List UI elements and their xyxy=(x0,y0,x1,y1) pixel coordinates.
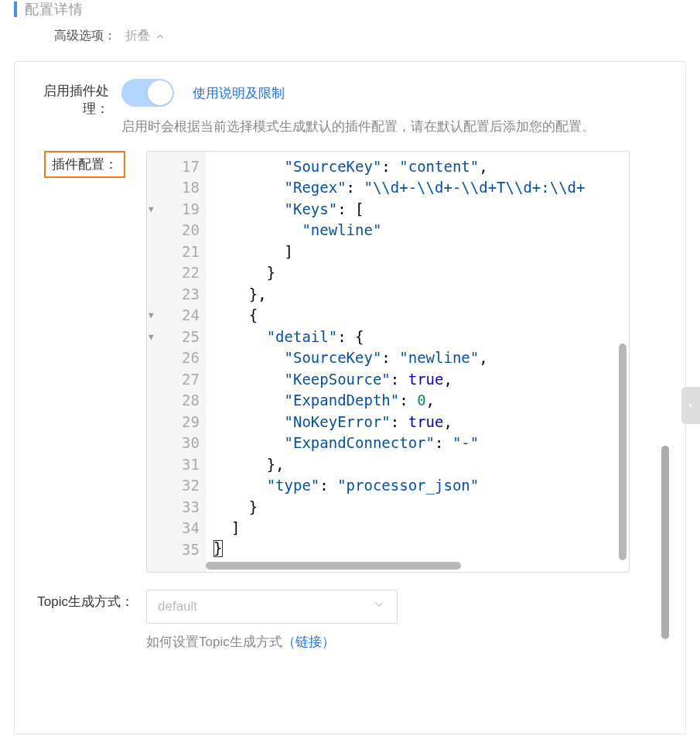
gutter-line: 28 xyxy=(153,390,200,412)
collapse-toggle[interactable]: 折叠 xyxy=(125,28,166,44)
gutter-line: 23 xyxy=(153,284,200,306)
code-line[interactable]: "SourceKey": "content", xyxy=(213,156,629,178)
side-panel-handle[interactable] xyxy=(681,387,700,424)
editor-gutter: 1718▼1920212223▼24▼252627282930313233343… xyxy=(147,152,206,572)
gutter-line: 26 xyxy=(153,347,200,369)
gutter-line: 22 xyxy=(153,262,200,284)
advanced-options-label: 高级选项： xyxy=(54,28,116,44)
fold-marker-icon[interactable]: ▼ xyxy=(149,305,154,327)
code-line[interactable]: } xyxy=(213,262,629,284)
gutter-line: 32 xyxy=(153,475,200,497)
fold-marker-icon[interactable]: ▼ xyxy=(149,327,154,348)
code-line[interactable]: "Regex": "\\d+-\\d+-\\d+T\\d+:\\d+ xyxy=(213,177,629,199)
code-line[interactable]: "type": "processor_json" xyxy=(213,475,629,497)
code-line[interactable] xyxy=(213,539,629,561)
fold-marker-icon[interactable]: ▼ xyxy=(149,199,154,221)
gutter-line: 21 xyxy=(153,241,200,263)
topic-select[interactable]: default xyxy=(146,590,398,624)
usage-limits-link[interactable]: 使用说明及限制 xyxy=(193,84,285,102)
code-line[interactable]: "ExpandConnector": "-" xyxy=(213,433,629,454)
svg-marker-0 xyxy=(690,403,692,408)
code-line[interactable]: }, xyxy=(213,454,629,476)
page-title-row: 配置详情 xyxy=(14,0,686,19)
gutter-line: 17 xyxy=(153,156,200,178)
code-line[interactable]: "Keys": [ xyxy=(213,199,629,221)
gutter-line: 33 xyxy=(153,497,200,518)
gutter-line: 34 xyxy=(153,518,200,539)
gutter-line: 27 xyxy=(153,369,200,391)
plugin-config-editor[interactable]: 1718▼1920212223▼24▼252627282930313233343… xyxy=(146,151,630,573)
code-line[interactable]: "detail": { xyxy=(213,327,629,348)
topic-help-prefix: 如何设置Topic生成方式 xyxy=(146,635,282,649)
code-line[interactable]: "ExpandDepth": 0, xyxy=(213,390,629,412)
page-vertical-scrollbar[interactable] xyxy=(661,446,669,639)
code-line[interactable]: "newline" xyxy=(213,220,629,241)
topic-label: Topic生成方式： xyxy=(29,590,146,611)
editor-vertical-scroll-thumb[interactable] xyxy=(619,344,627,560)
editor-code-area[interactable]: "SourceKey": "content", "Regex": "\\d+-\… xyxy=(206,152,629,572)
config-card: 启用插件处理： 使用说明及限制 启用时会根据当前选择模式生成默认的插件配置，请在… xyxy=(14,61,686,734)
chevron-down-icon xyxy=(372,597,386,615)
chevron-up-icon xyxy=(155,31,166,42)
editor-cursor xyxy=(213,540,223,557)
gutter-line: 31 xyxy=(153,454,200,476)
code-line[interactable]: "SourceKey": "newline", xyxy=(213,347,629,369)
editor-vertical-scrollbar[interactable] xyxy=(619,156,627,559)
topic-help-text: 如何设置Topic生成方式（链接） xyxy=(146,633,671,651)
code-line[interactable]: } xyxy=(213,497,629,518)
code-line[interactable]: ] xyxy=(213,241,629,263)
code-line[interactable]: "KeepSource": true, xyxy=(213,369,629,391)
plugin-config-label: 插件配置： xyxy=(44,151,125,178)
plugin-toggle-label: 启用插件处理： xyxy=(29,79,121,118)
gutter-line: ▼25 xyxy=(153,327,200,348)
editor-horizontal-scrollbar[interactable] xyxy=(206,562,624,570)
title-accent-bar xyxy=(14,2,17,17)
page-title: 配置详情 xyxy=(25,0,84,19)
code-line[interactable]: { xyxy=(213,305,629,327)
topic-help-link[interactable]: （链接） xyxy=(282,635,335,649)
plugin-toggle-help: 启用时会根据当前选择模式生成默认的插件配置，请在默认配置后添加您的配置。 xyxy=(121,116,671,139)
topic-select-value: default xyxy=(158,599,197,614)
gutter-line: 35 xyxy=(153,539,200,561)
collapse-label: 折叠 xyxy=(125,28,150,44)
gutter-line: 18 xyxy=(153,177,200,199)
editor-horizontal-scroll-thumb[interactable] xyxy=(206,562,461,570)
gutter-line: 20 xyxy=(153,220,200,241)
code-line[interactable]: }, xyxy=(213,284,629,306)
gutter-line: ▼24 xyxy=(153,305,200,327)
gutter-line: ▼19 xyxy=(153,199,200,221)
code-line[interactable]: "NoKeyError": true, xyxy=(213,412,629,433)
plugin-enable-toggle[interactable] xyxy=(121,79,174,107)
gutter-line: 29 xyxy=(153,412,200,433)
code-line[interactable]: ] xyxy=(213,518,629,539)
gutter-line: 30 xyxy=(153,433,200,454)
